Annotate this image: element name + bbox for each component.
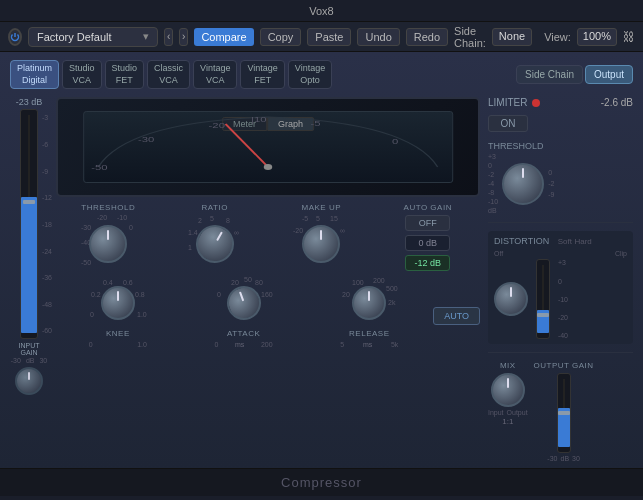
input-gain-knob[interactable] (15, 367, 43, 395)
vu-display: Meter Graph -50 -30 -20 |10 (83, 111, 453, 183)
sidechain-dropdown[interactable]: None (492, 28, 532, 46)
makeup-control: MAKE UP 5 15 ∞ -5 -20 (269, 203, 374, 273)
svg-text:|10: |10 (251, 115, 267, 124)
knee-max: 1.0 (137, 341, 147, 348)
prev-preset-button[interactable]: ‹ (164, 28, 173, 46)
input-gain-panel: -23 dB -3 -6 -9 -12 -18 -24 -36 -48 (10, 97, 48, 395)
distortion-soft-label: Soft (558, 237, 572, 246)
distortion-fader-area: +3 0 -10 -20 -40 (536, 259, 550, 339)
tab-classic-vca[interactable]: ClassicVCA (147, 60, 190, 89)
divider-1 (488, 222, 633, 223)
auto-release-button[interactable]: AUTO (433, 307, 480, 325)
view-dropdown[interactable]: 100% (577, 28, 617, 46)
thresh-right-1: 0 (548, 169, 554, 176)
svg-text:8: 8 (226, 217, 230, 224)
copy-button[interactable]: Copy (260, 28, 302, 46)
fader-tick-labels: -3 -6 -9 -12 -18 -24 -36 -48 -60 (42, 114, 52, 334)
right-panel: LIMITER -2.6 dB ON THRESHOLD +3 0 -2 -4 … (488, 97, 633, 462)
auto-gain-0db-value[interactable]: 0 dB (405, 235, 450, 251)
threshold-scale-left: +3 0 -2 -4 -8 -10 dB (488, 153, 498, 214)
attack-min: 0 (215, 341, 219, 348)
lower-knobs-row: 0.4 0.6 0.2 0.8 0 1.0 KNEE 0 1.0 (56, 277, 480, 348)
threshold-knob-area: -40 -30 -20 -10 0 -50 (79, 215, 137, 273)
output-gain-fader[interactable] (557, 373, 571, 453)
limiter-on-button[interactable]: ON (488, 115, 528, 132)
svg-text:0.2: 0.2 (91, 291, 101, 298)
svg-text:160: 160 (261, 291, 273, 298)
input-fader-container: -3 -6 -9 -12 -18 -24 -36 -48 -60 (20, 109, 38, 339)
svg-text:-10: -10 (117, 215, 127, 221)
compare-button[interactable]: Compare (194, 28, 253, 46)
tab-vintage-vca[interactable]: VintageVCA (193, 60, 237, 89)
svg-text:-5: -5 (302, 215, 308, 222)
output-gain-min: -30 (547, 455, 557, 462)
attack-knob-area: 20 50 80 0 160 (215, 277, 273, 329)
output-gain-section: OUTPUT GAIN -30 dB 30 (534, 361, 594, 462)
svg-text:0: 0 (90, 311, 94, 318)
output-gain-db: dB (560, 455, 569, 462)
preset-dropdown[interactable]: Factory Default ▾ (28, 27, 158, 47)
mix-output-row: MIX Input Output 1:1 OUTPUT GAIN (488, 361, 633, 462)
top-bar: Vox8 (0, 0, 643, 22)
auto-button-area: AUTO (433, 277, 480, 325)
knee-knob[interactable] (101, 286, 135, 320)
mix-ratio-label: 1:1 (502, 417, 513, 426)
auto-gain-off-button[interactable]: OFF (405, 215, 450, 231)
view-tabs: Side Chain Output (516, 65, 633, 84)
preset-tabs-row: PlatinumDigital StudioVCA StudioFET Clas… (10, 60, 633, 89)
preset-bar: Factory Default ▾ ‹ › Compare Copy Paste… (0, 22, 643, 52)
svg-text:0: 0 (392, 137, 399, 146)
input-fader-track[interactable] (20, 109, 38, 339)
limiter-threshold-knob[interactable] (502, 163, 544, 205)
svg-text:20: 20 (231, 279, 239, 286)
tab-platinum-digital[interactable]: PlatinumDigital (10, 60, 59, 89)
tab-studio-fet[interactable]: StudioFET (105, 60, 145, 89)
input-gain-unit: dB (26, 357, 35, 364)
knee-label: KNEE (106, 329, 130, 338)
input-gain-min: -30 (11, 357, 21, 364)
mix-section: MIX Input Output 1:1 (488, 361, 528, 426)
auto-gain-control: AUTO GAIN OFF 0 dB -12 dB (376, 203, 481, 271)
tab-output[interactable]: Output (585, 65, 633, 84)
mix-range-labels: Input Output (488, 409, 528, 416)
svg-text:0.8: 0.8 (135, 291, 145, 298)
mix-knob[interactable] (491, 373, 525, 407)
threshold-control: THRESHOLD -40 -30 -20 -10 0 -50 (56, 203, 161, 273)
release-unit: ms (363, 341, 372, 348)
power-button[interactable] (8, 28, 22, 46)
undo-button[interactable]: Undo (357, 28, 399, 46)
release-control: 100 200 500 20 2k RELEASE 5 ms 5k (307, 277, 431, 348)
distortion-knob[interactable] (494, 282, 528, 316)
limiter-threshold-label: THRESHOLD (488, 141, 544, 151)
dropdown-arrow-icon: ▾ (143, 30, 149, 43)
paste-button[interactable]: Paste (307, 28, 351, 46)
svg-text:0.4: 0.4 (103, 279, 113, 286)
distortion-section: DISTORTION Soft Hard Off Clip (488, 231, 633, 344)
tab-vintage-opto[interactable]: VintageOpto (288, 60, 332, 89)
input-gain-label: INPUT GAIN (10, 342, 48, 356)
tab-studio-vca[interactable]: StudioVCA (62, 60, 102, 89)
next-preset-button[interactable]: › (179, 28, 188, 46)
release-label: RELEASE (349, 329, 389, 338)
output-gain-range: -30 dB 30 (547, 455, 579, 462)
mix-label: MIX (500, 361, 516, 370)
thresh-scale-2: 0 (488, 162, 498, 169)
ratio-knob-area: 5 8 ∞ 2 1.4 1 (186, 215, 244, 273)
redo-button[interactable]: Redo (406, 28, 448, 46)
tab-sidechain[interactable]: Side Chain (516, 65, 583, 84)
distortion-fader[interactable] (536, 259, 550, 339)
svg-text:-30: -30 (138, 135, 155, 144)
output-fader-area (557, 373, 571, 453)
svg-point-7 (264, 164, 272, 170)
svg-text:0.6: 0.6 (123, 279, 133, 286)
thresh-scale-3: -2 (488, 171, 498, 178)
knee-knob-area: 0.4 0.6 0.2 0.8 0 1.0 (89, 277, 147, 329)
link-icon[interactable]: ⛓ (623, 30, 635, 44)
tab-vintage-fet[interactable]: VintageFET (240, 60, 284, 89)
svg-text:∞: ∞ (340, 227, 345, 234)
bottom-bar: Compressor (0, 468, 643, 496)
svg-text:50: 50 (244, 277, 252, 283)
attack-unit: ms (235, 341, 244, 348)
view-value: 100% (583, 30, 611, 42)
auto-gain-minus12-value[interactable]: -12 dB (405, 255, 450, 271)
